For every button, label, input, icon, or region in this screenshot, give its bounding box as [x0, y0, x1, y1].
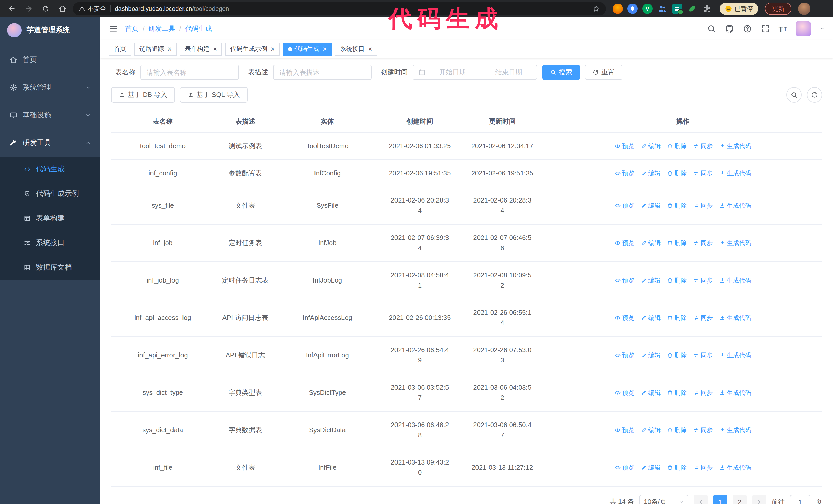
browser-home-button[interactable]: [56, 2, 69, 16]
preview-button[interactable]: 预览: [614, 350, 634, 360]
preview-button[interactable]: 预览: [614, 238, 634, 248]
sidebar-item-infra[interactable]: 基础设施: [0, 101, 100, 129]
leaf-extension-icon[interactable]: [687, 4, 697, 14]
v-badge-extension-icon[interactable]: V: [642, 4, 652, 14]
sync-button[interactable]: 同步: [693, 313, 713, 323]
edit-button[interactable]: 编辑: [641, 141, 661, 151]
bookmark-star-icon[interactable]: [593, 5, 600, 12]
delete-button[interactable]: 删除: [667, 425, 687, 435]
edit-button[interactable]: 编辑: [641, 388, 661, 398]
forward-button[interactable]: [22, 2, 35, 16]
close-icon[interactable]: ×: [213, 46, 217, 52]
table-row[interactable]: inf_job_log 定时任务日志表 InfJobLog 2021-02-08…: [111, 262, 822, 299]
sidebar-subitem-codegen[interactable]: 代码生成: [0, 157, 100, 182]
fox-extension-icon[interactable]: [613, 4, 623, 14]
font-size-icon[interactable]: TT: [779, 24, 787, 33]
page-button-2[interactable]: 2: [733, 495, 747, 504]
breadcrumb-home[interactable]: 首页: [125, 24, 138, 33]
update-button[interactable]: 更新: [765, 3, 791, 15]
reset-button[interactable]: 重置: [585, 65, 622, 80]
generate-code-button[interactable]: 生成代码: [719, 141, 751, 151]
tab-api[interactable]: 系统接口×: [335, 42, 377, 56]
refresh-table-button[interactable]: [807, 87, 822, 102]
preview-button[interactable]: 预览: [614, 313, 634, 323]
preview-button[interactable]: 预览: [614, 275, 634, 286]
table-row[interactable]: inf_config 参数配置表 InfConfig 2021-02-06 19…: [111, 160, 822, 187]
next-page-button[interactable]: [752, 495, 766, 504]
delete-button[interactable]: 删除: [667, 275, 687, 286]
import-sql-button[interactable]: 基于 SQL 导入: [180, 87, 248, 102]
table-row[interactable]: tool_test_demo 测试示例表 ToolTestDemo 2021-0…: [111, 133, 822, 160]
delete-button[interactable]: 删除: [667, 238, 687, 248]
sidebar-subitem-db-docs[interactable]: 数据库文档: [0, 255, 100, 280]
generate-code-button[interactable]: 生成代码: [719, 350, 751, 360]
sync-button[interactable]: 同步: [693, 238, 713, 248]
breadcrumb-devtools[interactable]: 研发工具: [148, 24, 175, 33]
table-row[interactable]: sys_dict_type 字典类型表 SysDictType 2021-03-…: [111, 374, 822, 411]
edit-button[interactable]: 编辑: [641, 238, 661, 248]
sync-button[interactable]: 同步: [693, 350, 713, 360]
table-name-input[interactable]: [140, 65, 239, 80]
delete-button[interactable]: 删除: [667, 168, 687, 178]
generate-code-button[interactable]: 生成代码: [719, 275, 751, 286]
close-icon[interactable]: ×: [368, 46, 372, 52]
generate-code-button[interactable]: 生成代码: [719, 425, 751, 435]
reload-button[interactable]: [39, 2, 52, 16]
delete-button[interactable]: 删除: [667, 200, 687, 211]
preview-button[interactable]: 预览: [614, 168, 634, 178]
generate-code-button[interactable]: 生成代码: [719, 462, 751, 473]
prev-page-button[interactable]: [694, 495, 708, 504]
sync-button[interactable]: 同步: [693, 275, 713, 286]
delete-button[interactable]: 删除: [667, 313, 687, 323]
edit-button[interactable]: 编辑: [641, 275, 661, 286]
close-icon[interactable]: ×: [271, 46, 275, 52]
table-desc-input[interactable]: [273, 65, 372, 80]
edit-button[interactable]: 编辑: [641, 425, 661, 435]
table-row[interactable]: inf_api_access_log API 访问日志表 InfApiAcces…: [111, 299, 822, 337]
table-row[interactable]: inf_file 文件表 InfFile 2021-03-13 09:43:2 …: [111, 449, 822, 486]
preview-button[interactable]: 预览: [614, 141, 634, 151]
delete-button[interactable]: 删除: [667, 141, 687, 151]
page-size-select[interactable]: 10条/页: [639, 495, 688, 504]
edit-button[interactable]: 编辑: [641, 462, 661, 473]
delete-button[interactable]: 删除: [667, 350, 687, 360]
close-icon[interactable]: ×: [323, 46, 327, 52]
sidebar-subitem-codegen-example[interactable]: 代码生成示例: [0, 182, 100, 206]
generate-code-button[interactable]: 生成代码: [719, 313, 751, 323]
preview-button[interactable]: 预览: [614, 388, 634, 398]
tab-home[interactable]: 首页: [109, 42, 131, 56]
search-button[interactable]: 搜索: [542, 65, 580, 80]
sidebar-item-devtools[interactable]: 研发工具: [0, 129, 100, 157]
date-range-picker[interactable]: 开始日期 - 结束日期: [413, 65, 537, 80]
sync-button[interactable]: 同步: [693, 462, 713, 473]
generate-code-button[interactable]: 生成代码: [719, 200, 751, 211]
sidebar-subitem-form-builder[interactable]: 表单构建: [0, 206, 100, 231]
hamburger-icon[interactable]: [109, 24, 118, 33]
toggle-search-button[interactable]: [786, 87, 802, 102]
paused-badge[interactable]: 已暂停: [720, 3, 758, 15]
logo[interactable]: 芋道管理系统: [0, 18, 100, 43]
people-extension-icon[interactable]: [657, 4, 667, 14]
sidebar-item-home[interactable]: 首页: [0, 46, 100, 74]
sync-button[interactable]: 同步: [693, 200, 713, 211]
generate-code-button[interactable]: 生成代码: [719, 388, 751, 398]
edit-button[interactable]: 编辑: [641, 200, 661, 211]
user-avatar[interactable]: [795, 21, 811, 37]
caret-down-icon[interactable]: [820, 26, 825, 31]
delete-button[interactable]: 删除: [667, 388, 687, 398]
github-icon[interactable]: [724, 24, 734, 33]
edit-button[interactable]: 编辑: [641, 350, 661, 360]
address-bar[interactable]: 不安全 dashboard.yudao.iocoder.cn/tool/code…: [73, 2, 606, 16]
table-row[interactable]: inf_api_error_log API 错误日志 InfApiErrorLo…: [111, 337, 822, 374]
goto-page-input[interactable]: [790, 495, 810, 504]
table-row[interactable]: sys_file 文件表 SysFile 2021-02-06 20:28:3 …: [111, 187, 822, 224]
back-button[interactable]: [5, 2, 19, 16]
sync-button[interactable]: 同步: [693, 168, 713, 178]
table-row[interactable]: inf_job 定时任务表 InfJob 2021-02-07 06:39:3 …: [111, 224, 822, 262]
page-button-1[interactable]: 1: [713, 495, 728, 504]
import-db-button[interactable]: 基于 DB 导入: [111, 87, 175, 102]
generate-code-button[interactable]: 生成代码: [719, 168, 751, 178]
tab-codegen-example[interactable]: 代码生成示例×: [225, 42, 280, 56]
edit-button[interactable]: 编辑: [641, 313, 661, 323]
preview-button[interactable]: 预览: [614, 425, 634, 435]
